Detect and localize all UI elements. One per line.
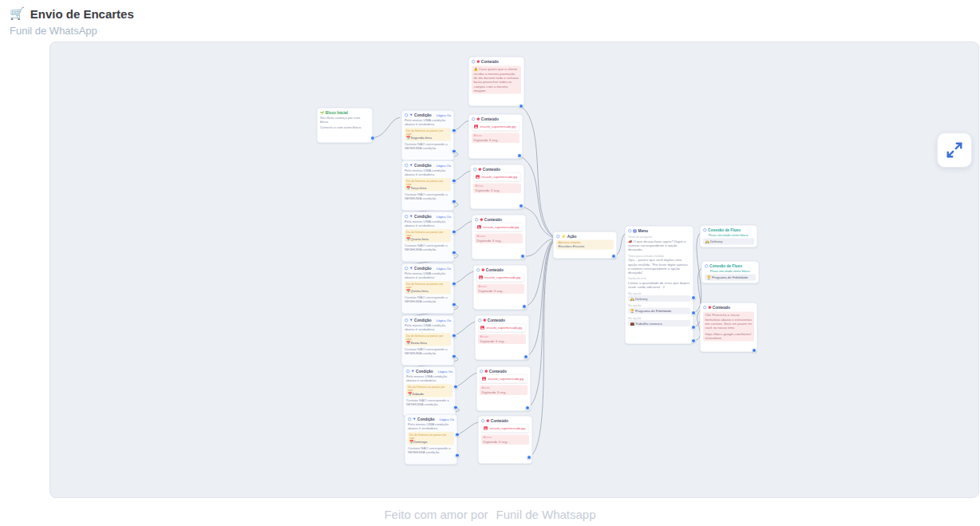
input-port[interactable] — [476, 268, 480, 272]
input-port[interactable] — [405, 267, 409, 271]
action-value: Recebeu Encarte — [559, 244, 612, 248]
menu-node[interactable]: Menu Texto da pergunta 📣 O que deseja fa… — [625, 226, 694, 344]
input-port[interactable] — [475, 218, 479, 222]
output-port[interactable] — [452, 354, 456, 359]
output-port[interactable] — [370, 136, 375, 140]
output-port[interactable] — [752, 348, 757, 353]
warning-text: ⚠️ Caso queira que o cliente receba a me… — [472, 66, 521, 94]
condition-node-5[interactable]: CondiçãoLógica Ou Pelo menos UMA condiçã… — [401, 315, 454, 366]
file-name: encarte_supermercado.jpg — [490, 426, 526, 430]
output-port[interactable] — [691, 310, 696, 315]
output-port[interactable] — [452, 303, 456, 307]
form-link[interactable]: https://docs.google.com/forms/e/viewform — [705, 331, 753, 340]
output-port[interactable] — [452, 251, 456, 255]
output-port[interactable] — [452, 200, 456, 204]
output-port[interactable] — [691, 325, 696, 330]
output-port[interactable] — [455, 433, 460, 437]
output-port[interactable] — [455, 453, 460, 458]
input-port[interactable] — [628, 229, 632, 233]
output-port[interactable] — [520, 254, 525, 259]
output-port[interactable] — [525, 405, 530, 410]
invalid-label: Texto para entrada inválida — [628, 254, 690, 258]
input-port[interactable] — [556, 235, 560, 239]
input-port[interactable] — [405, 215, 409, 219]
output-port[interactable] — [452, 179, 456, 184]
linked-flow-target[interactable]: 🏆 Programa de Fidelidade — [705, 275, 756, 281]
menu-option-1[interactable]: 🛵 Delivery — [628, 295, 690, 302]
output-port[interactable] — [452, 282, 456, 287]
content-node-6[interactable]: ✱Conteúdo encarte_supermercado.jpg Atras… — [476, 366, 531, 411]
attachment-file[interactable]: encarte_supermercado.jpg — [481, 424, 529, 433]
header: 🛒 Envio de Encartes Funil de WhatsApp — [10, 6, 134, 37]
input-port[interactable] — [405, 318, 409, 322]
output-port[interactable] — [691, 295, 696, 300]
fullscreen-button[interactable] — [937, 132, 972, 168]
attachment-file[interactable]: encarte_supermercado.jpg — [472, 122, 520, 131]
output-port[interactable] — [452, 334, 456, 338]
attachment-file[interactable]: encarte_supermercado.jpg — [476, 273, 524, 282]
input-port[interactable] — [705, 264, 709, 268]
content-node-4[interactable]: ✱Conteúdo encarte_supermercado.jpg Atras… — [473, 265, 528, 310]
attachment-file[interactable]: encarte_supermercado.jpg — [478, 323, 526, 332]
attachment-file[interactable]: encarte_supermercado.jpg — [480, 374, 528, 383]
option-text: 🛵 Delivery — [630, 296, 648, 300]
flow-canvas[interactable]: 🌱 Bloco Inicial Seu fluxo começa por est… — [49, 42, 979, 498]
node-title: Ação — [567, 235, 577, 239]
content-node-5[interactable]: ✱Conteúdo encarte_supermercado.jpg Atras… — [475, 315, 529, 360]
output-port[interactable] — [452, 230, 456, 235]
output-port[interactable] — [691, 338, 696, 343]
input-port[interactable] — [478, 318, 482, 322]
output-port[interactable] — [524, 354, 528, 359]
action-label: Adicionar etiqueta — [559, 241, 612, 244]
start-node[interactable]: 🌱 Bloco Inicial Seu fluxo começa por est… — [317, 108, 373, 143]
logic-badge: Lógica Ou — [437, 113, 451, 117]
linked-flow-target[interactable]: 🛵 Delivery — [703, 239, 754, 245]
input-port[interactable] — [405, 164, 409, 168]
input-port[interactable] — [703, 228, 707, 232]
connection-edge — [454, 322, 476, 336]
content-note-node[interactable]: ✱Conteúdo ⚠️ Caso queira que o cliente r… — [468, 57, 524, 106]
input-port[interactable] — [703, 306, 707, 310]
input-port[interactable] — [405, 113, 409, 117]
output-port[interactable] — [517, 153, 522, 158]
input-port[interactable] — [480, 370, 484, 374]
condition-node-1[interactable]: CondiçãoLógica Ou Pelo menos UMA condiçã… — [401, 110, 454, 160]
input-port[interactable] — [472, 117, 476, 121]
condition-node-3[interactable]: CondiçãoLógica Ou Pelo menos UMA condiçã… — [401, 212, 454, 262]
asterisk-icon: ✱ — [476, 117, 480, 121]
menu-option-3[interactable]: 💼 Trabalhe conosco — [628, 320, 690, 326]
output-port[interactable] — [611, 254, 616, 259]
output-port[interactable] — [453, 405, 458, 410]
action-node[interactable]: ⚡Ação Adicionar etiquetaRecebeu Encarte — [553, 231, 617, 259]
footer-brand-link[interactable]: Funil de Whatsapp — [496, 508, 595, 521]
input-port[interactable] — [481, 419, 485, 423]
output-port[interactable] — [522, 304, 527, 309]
condition-node-2[interactable]: CondiçãoLógica Ou Pelo menos UMA condiçã… — [401, 160, 454, 211]
attachment-file[interactable]: encarte_supermercado.jpg — [475, 223, 523, 231]
condition-true-text: Pelo menos UMA condição abaixo é verdade… — [405, 323, 451, 331]
action-box: Adicionar etiquetaRecebeu Encarte — [556, 240, 614, 250]
output-port[interactable] — [519, 204, 524, 208]
output-port[interactable] — [453, 385, 458, 390]
input-port[interactable] — [472, 60, 476, 64]
output-port[interactable] — [519, 104, 524, 109]
input-port[interactable] — [408, 417, 412, 421]
input-port[interactable] — [406, 370, 410, 374]
content-node-3[interactable]: ✱Conteúdo encarte_supermercado.jpg Atras… — [472, 215, 526, 259]
content-node-1[interactable]: ✱Conteúdo encarte_supermercado.jpg Atras… — [468, 114, 523, 159]
menu-option-2[interactable]: 🏆 Programa de Fidelidade — [628, 307, 690, 314]
rule-value: 📅Segunda-feira — [406, 136, 449, 140]
content-node-final[interactable]: ✱Conteúdo Olá! Preencha o nosso formulár… — [700, 303, 757, 352]
flow-connection-node-2[interactable]: Conexão de Fluxo Fluxo vinculado neste b… — [701, 261, 759, 283]
condition-node-7[interactable]: CondiçãoLógica Ou Pelo menos UMA condiçã… — [405, 414, 457, 465]
content-node-7[interactable]: ✱Conteúdo encarte_supermercado.jpg Atras… — [478, 416, 532, 464]
condition-node-6[interactable]: CondiçãoLógica Ou Pelo menos UMA condiçã… — [403, 366, 456, 417]
attachment-file[interactable]: encarte_supermercado.jpg — [473, 172, 521, 181]
input-port[interactable] — [473, 168, 477, 172]
output-port[interactable] — [452, 149, 456, 154]
output-port[interactable] — [527, 455, 531, 460]
condition-node-4[interactable]: CondiçãoLógica Ou Pelo menos UMA condiçã… — [401, 263, 454, 314]
output-port[interactable] — [452, 129, 456, 133]
content-node-2[interactable]: ✱Conteúdo encarte_supermercado.jpg Atras… — [470, 164, 524, 209]
flow-connection-node-1[interactable]: Conexão de Fluxo Fluxo vinculado neste b… — [700, 225, 757, 247]
